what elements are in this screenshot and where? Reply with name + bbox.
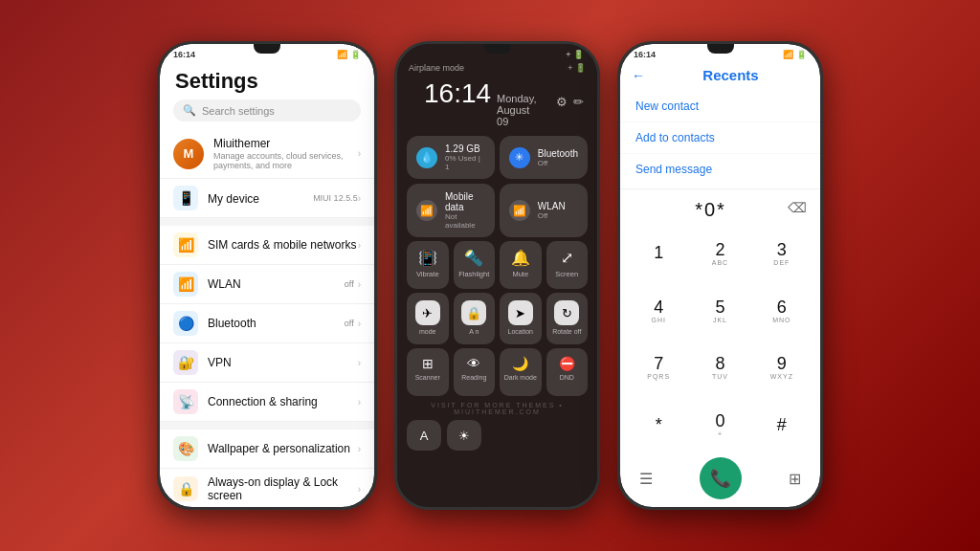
profile-text: Miuithemer Manage accounts, cloud servic… bbox=[213, 137, 358, 170]
connection-sharing-label: Connection & sharing bbox=[208, 395, 358, 408]
dial-key-1[interactable]: 1 bbox=[628, 225, 689, 282]
dnd-label: DND bbox=[560, 374, 574, 381]
rotate-label: Rotate off bbox=[552, 328, 581, 335]
vibrate-icon: 📳 bbox=[418, 249, 437, 267]
dial-key-8[interactable]: 8 TUV bbox=[689, 340, 750, 397]
cc-tile-screen[interactable]: ⤢ Screen bbox=[546, 241, 589, 289]
mobile-data-icon: 📶 bbox=[416, 200, 437, 221]
cc-tile-rotate[interactable]: ↻ Rotate off bbox=[546, 293, 589, 344]
status-icons-left: 📶 🔋 bbox=[337, 50, 361, 59]
cc-tile-lock[interactable]: 🔒 A n bbox=[454, 293, 496, 344]
mobile-data-text: Mobile data Not available bbox=[445, 191, 485, 230]
settings-item-connection-sharing[interactable]: 📡 Connection & sharing › bbox=[160, 383, 374, 422]
dialer-display: *0* bbox=[634, 189, 788, 225]
notch-right bbox=[707, 44, 734, 54]
cc-icon-settings[interactable]: ⚙ bbox=[556, 95, 568, 109]
my-device-text: My device bbox=[208, 189, 313, 207]
search-icon: 🔍 bbox=[183, 104, 196, 117]
wallpaper-arrow: › bbox=[358, 444, 361, 454]
profile-arrow: › bbox=[358, 148, 361, 159]
mobile-data-sub: Not available bbox=[445, 212, 485, 230]
cc-tile-scanner[interactable]: ⊞ Scanner bbox=[407, 348, 449, 396]
settings-item-sim[interactable]: 📶 SIM cards & mobile networks › bbox=[160, 226, 374, 265]
cc-mode-bar: Airplane mode + 🔋 bbox=[397, 61, 597, 77]
cc-tile-flashlight[interactable]: 🔦 Flashlight bbox=[454, 241, 496, 289]
wallpaper-icon: 🎨 bbox=[173, 436, 198, 461]
vpn-text: VPN bbox=[208, 356, 358, 369]
cc-status-icons: + 🔋 bbox=[566, 50, 584, 59]
cc-tile-reading[interactable]: 👁 Reading bbox=[454, 348, 496, 396]
dial-key-3[interactable]: 3 DEF bbox=[751, 225, 813, 282]
brightness-btn[interactable]: ☀ bbox=[447, 420, 481, 451]
control-center-screen: + 🔋 Airplane mode + 🔋 16:14 Monday, Augu… bbox=[397, 44, 597, 507]
dial-key-9[interactable]: 9 WXYZ bbox=[751, 340, 813, 397]
sim-text: SIM cards & mobile networks bbox=[208, 238, 358, 252]
dialer-menu-icon[interactable]: ☰ bbox=[639, 470, 653, 488]
cc-tile-storage[interactable]: 💧 1.29 GB 0% Used | 1 bbox=[407, 136, 495, 179]
dial-key-2[interactable]: 2 ABC bbox=[689, 225, 750, 282]
dial-number-2: 2 bbox=[715, 241, 724, 258]
dial-key-hash[interactable]: # bbox=[751, 396, 813, 453]
settings-list: 📶 SIM cards & mobile networks › 📶 WLAN o… bbox=[160, 226, 374, 507]
reading-icon: 👁 bbox=[467, 356, 480, 371]
scanner-icon: ⊞ bbox=[422, 356, 434, 371]
dial-number-6: 6 bbox=[777, 298, 787, 316]
cc-airplane-label: Airplane mode bbox=[409, 63, 464, 73]
settings-item-bluetooth[interactable]: 🔵 Bluetooth off › bbox=[160, 304, 374, 343]
settings-item-my-device[interactable]: 📱 My device MIUI 12.5.5 › bbox=[160, 179, 374, 218]
cc-tile-vibrate[interactable]: 📳 Vibrate bbox=[407, 241, 449, 289]
mute-icon: 🔔 bbox=[511, 249, 530, 267]
backspace-button[interactable]: ⌫ bbox=[788, 200, 807, 215]
cc-icon-edit[interactable]: ✏ bbox=[573, 95, 584, 109]
lock-screen-label: Always-on display & Lock screen bbox=[208, 475, 358, 502]
cc-tile-mute[interactable]: 🔔 Mute bbox=[500, 241, 542, 289]
new-contact-option[interactable]: New contact bbox=[620, 91, 820, 122]
cc-tile-location[interactable]: ➤ Location bbox=[500, 293, 542, 344]
dial-key-7[interactable]: 7 PQRS bbox=[628, 340, 689, 397]
screen-label: Screen bbox=[555, 270, 578, 278]
cc-tile-dark-mode[interactable]: 🌙 Dark mode bbox=[500, 348, 542, 396]
dial-key-4[interactable]: 4 GHI bbox=[628, 282, 689, 340]
dial-key-6[interactable]: 6 MNO bbox=[751, 282, 813, 340]
settings-item-wlan[interactable]: 📶 WLAN off › bbox=[160, 265, 374, 304]
rotate-icon: ↻ bbox=[554, 300, 579, 325]
cc-small-tiles: 📳 Vibrate 🔦 Flashlight 🔔 Mute ⤢ Screen bbox=[397, 241, 597, 293]
search-bar[interactable]: 🔍 Search settings bbox=[173, 99, 361, 121]
cc-tile-dnd[interactable]: ⛔ DND bbox=[546, 348, 589, 396]
wlan-label: WLAN bbox=[208, 277, 345, 291]
dial-letters-4: GHI bbox=[651, 317, 665, 323]
dial-key-star[interactable]: * bbox=[628, 396, 689, 453]
dialer-grid-icon[interactable]: ⊞ bbox=[789, 470, 801, 488]
right-phone: 16:14 📶 🔋 ← Recents New contact Add to c… bbox=[617, 41, 823, 510]
dark-mode-label: Dark mode bbox=[504, 374, 537, 381]
cc-extra-row: ⊞ Scanner 👁 Reading 🌙 Dark mode ⛔ DND bbox=[397, 348, 597, 400]
bluetooth-tile-title: Bluetooth bbox=[538, 148, 578, 159]
settings-item-lock-screen[interactable]: 🔒 Always-on display & Lock screen › bbox=[160, 469, 374, 507]
cc-tile-mobile-data[interactable]: 📶 Mobile data Not available bbox=[407, 184, 495, 237]
cc-tile-wlan[interactable]: 📶 WLAN Off bbox=[500, 184, 588, 237]
dial-key-5[interactable]: 5 JKL bbox=[689, 282, 750, 340]
sim-label: SIM cards & mobile networks bbox=[208, 238, 358, 252]
add-to-contacts-option[interactable]: Add to contacts bbox=[620, 122, 820, 154]
profile-item[interactable]: M Miuithemer Manage accounts, cloud serv… bbox=[160, 129, 374, 179]
dial-letters-8: TUV bbox=[712, 373, 728, 380]
avatar: M bbox=[173, 139, 204, 169]
cc-tile-bluetooth[interactable]: ✳ Bluetooth Off bbox=[500, 136, 588, 179]
my-device-label: My device bbox=[208, 192, 259, 206]
settings-item-vpn[interactable]: 🔐 VPN › bbox=[160, 343, 374, 383]
send-message-option[interactable]: Send message bbox=[620, 154, 820, 185]
settings-item-wallpaper[interactable]: 🎨 Wallpaper & personalization › bbox=[160, 430, 374, 469]
back-button[interactable]: ← bbox=[632, 68, 645, 83]
call-button[interactable]: 📞 bbox=[700, 457, 742, 499]
dial-key-0[interactable]: 0 + bbox=[689, 396, 750, 453]
my-device-badge: MIUI 12.5.5 bbox=[313, 193, 358, 203]
settings-screen: 16:14 📶 🔋 Settings 🔍 Search settings M M… bbox=[160, 44, 374, 507]
cc-tile-airplane[interactable]: ✈ mode bbox=[407, 293, 449, 344]
dialer-status-icons: 📶 🔋 bbox=[783, 50, 807, 59]
sim-arrow: › bbox=[358, 240, 361, 251]
flashlight-icon: 🔦 bbox=[464, 249, 483, 267]
font-btn[interactable]: A bbox=[407, 420, 441, 451]
connection-sharing-arrow: › bbox=[358, 397, 361, 408]
connection-sharing-text: Connection & sharing bbox=[208, 395, 358, 408]
lock-screen-icon: 🔒 bbox=[173, 476, 198, 501]
